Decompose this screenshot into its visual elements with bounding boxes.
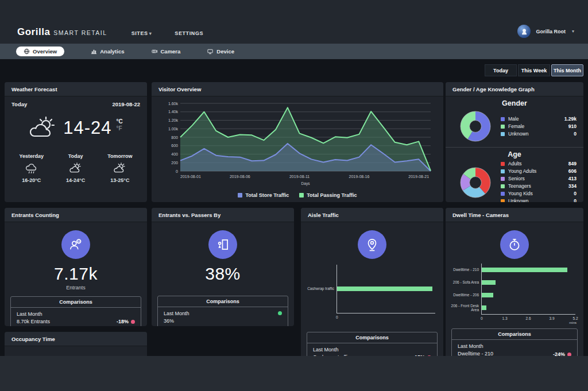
ratio-value: 38%	[152, 264, 294, 284]
svg-text:2019-08-01: 2019-08-01	[180, 175, 201, 179]
legend-item: Unknown0	[501, 130, 577, 137]
svg-text:2019-08-21: 2019-08-21	[408, 175, 429, 179]
comparisons-box: Comparisons Last Month Dwelltime - 210 2…	[451, 328, 578, 356]
card-title: Occupancy Time	[5, 332, 147, 346]
user-menu[interactable]: Gorilla Root ▾	[517, 25, 574, 38]
axis-tick: 0	[336, 315, 338, 319]
weather-day-yesterday: Yesterday 16-20°C	[20, 153, 44, 183]
legend-item: Young Kids0	[501, 190, 577, 197]
legend-item: Total Passing Traffic	[299, 192, 357, 198]
legend-swatch	[299, 193, 304, 198]
gender-age-card: Gender / Age Knowledge Graph Gender Male…	[446, 82, 583, 202]
door-entry-icon	[215, 237, 230, 252]
legend-swatch	[501, 132, 505, 136]
svg-text:1.40k: 1.40k	[168, 110, 179, 114]
nav-settings[interactable]: SETTINGS	[175, 30, 203, 36]
occupancy-time-card: Occupancy Time	[5, 332, 147, 356]
comparison-value: -18%	[117, 319, 135, 324]
age-section: Adults849Young Adults606Seniors413Teenag…	[446, 160, 583, 202]
sun-cloud-icon	[29, 115, 59, 141]
x-axis: 0	[336, 313, 435, 324]
card-title: Visitor Overview	[152, 82, 443, 96]
dwell-icon-badge	[500, 230, 529, 259]
weather-today-label: Today	[11, 101, 27, 107]
entrants-label: Entrants	[5, 285, 147, 291]
divider	[446, 147, 583, 148]
dwell-bar-chart: Dwelltime - 210206 - Sofa AreaDwelltime …	[449, 264, 575, 325]
nav-sites[interactable]: SITES▾	[131, 30, 152, 36]
age-section-title: Age	[446, 150, 583, 158]
svg-text:1.60k: 1.60k	[168, 102, 179, 106]
aisle-bar-chart: Cashwrap traffic0	[304, 265, 435, 324]
camera-icon	[151, 48, 158, 55]
card-title: Aisle Traffic	[301, 208, 443, 222]
comparison-period: Last Month	[164, 310, 282, 318]
rain-cloud-icon	[25, 162, 38, 175]
axis-tick: 0	[481, 316, 483, 320]
comparison-period: Last Month	[458, 343, 571, 350]
card-title: Entrants Counting	[5, 208, 147, 222]
gender-legend: Male1.29kFemale910Unknown0	[501, 115, 577, 137]
visitor-line-chart: 02004006008001.00k1.20k1.40k1.60k2019-08…	[157, 99, 436, 189]
legend-item: Unknown0	[501, 198, 577, 202]
location-pin-icon	[365, 237, 380, 252]
negative-trend-dot	[427, 355, 431, 357]
negative-trend-dot	[567, 353, 571, 357]
entrants-icon-badge: 99	[61, 230, 90, 259]
fahrenheit-label: °F	[117, 125, 123, 132]
bar-track	[481, 276, 575, 289]
device-icon	[207, 48, 214, 55]
legend-swatch	[501, 125, 505, 129]
dashboard-app: Gorilla SMART RETAIL SITES▾ SETTINGS Gor…	[0, 0, 588, 356]
bar-track	[481, 264, 575, 276]
weather-day-today: Today 14-24°C	[66, 153, 85, 183]
aisle-traffic-card: Aisle Traffic Cashwrap traffic0 Comparis…	[301, 208, 443, 356]
globe-icon	[24, 48, 30, 55]
filter-this-week-button[interactable]: This Week	[518, 64, 550, 76]
filter-today-button[interactable]: Today	[485, 64, 517, 76]
comparisons-box: Comparisons Last Month Cashwrap traffic …	[307, 332, 438, 356]
legend-swatch	[501, 169, 505, 173]
visitor-overview-card: Visitor Overview 02004006008001.00k1.20k…	[152, 82, 443, 202]
aisle-icon-badge	[358, 230, 386, 259]
legend-item: Teenagers334	[501, 183, 577, 189]
gender-section-title: Gender	[446, 99, 583, 107]
legend-swatch	[501, 177, 505, 181]
card-title: Entrants vs. Passers By	[152, 208, 294, 222]
negative-trend-dot	[131, 320, 135, 324]
gender-section: Male1.29kFemale910Unknown0	[446, 109, 583, 145]
chevron-down-icon: ▾	[149, 31, 152, 36]
entrants-value: 7.17k	[5, 264, 147, 284]
celsius-label: °C	[117, 118, 123, 125]
time-range-filters: Today This Week This Month	[485, 64, 583, 76]
bar	[482, 268, 567, 272]
comparison-value: -15%	[413, 354, 431, 356]
comparison-delta: +6%	[164, 325, 282, 326]
svg-text:Days: Days	[301, 181, 311, 186]
legend-swatch	[501, 117, 505, 121]
svg-text:200: 200	[171, 161, 178, 165]
axis-tick: 5.2	[572, 316, 578, 320]
comparison-period: Last Month	[313, 346, 431, 354]
brand-logo[interactable]: Gorilla SMART RETAIL	[17, 26, 107, 38]
bar-chart-icon	[91, 48, 97, 55]
bar	[482, 305, 486, 310]
filter-this-month-button[interactable]: This Month	[551, 64, 583, 76]
tab-camera[interactable]: Camera	[151, 48, 181, 55]
legend-swatch	[501, 162, 505, 166]
svg-text:2019-08-16: 2019-08-16	[349, 175, 370, 179]
tab-device[interactable]: Device	[207, 48, 234, 55]
legend-swatch	[501, 199, 505, 203]
axis-tick: 1.3	[502, 316, 507, 320]
tab-overview[interactable]: Overview	[16, 47, 64, 56]
axis-tick: 3.9	[549, 316, 554, 320]
top-nav: SITES▾ SETTINGS	[131, 30, 203, 38]
svg-text:0: 0	[176, 169, 178, 173]
legend-item: Female910	[501, 123, 577, 130]
brand-subtitle: SMART RETAIL	[53, 29, 107, 36]
chevron-down-icon: ▾	[572, 29, 574, 34]
svg-text:2019-08-11: 2019-08-11	[289, 175, 310, 179]
comparison-period: Last Month	[17, 311, 135, 318]
tab-analytics[interactable]: Analytics	[91, 48, 124, 55]
legend-swatch	[501, 192, 505, 196]
